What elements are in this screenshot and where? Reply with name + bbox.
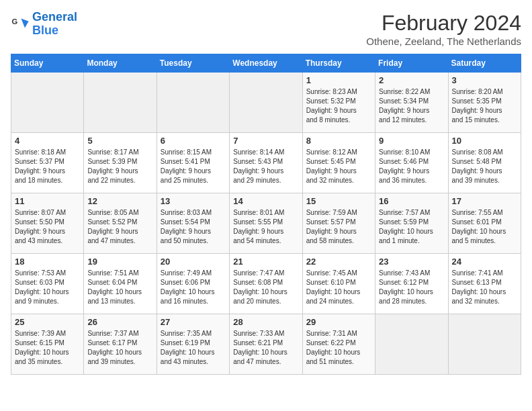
calendar-cell bbox=[375, 314, 448, 375]
logo-text: General Blue bbox=[32, 11, 77, 38]
calendar-cell bbox=[84, 73, 157, 133]
day-number: 6 bbox=[161, 136, 226, 146]
calendar-cell: 16Sunrise: 7:57 AM Sunset: 5:59 PM Dayli… bbox=[375, 193, 448, 254]
calendar-cell: 17Sunrise: 7:55 AM Sunset: 6:01 PM Dayli… bbox=[448, 193, 521, 254]
cell-content: Sunrise: 7:35 AM Sunset: 6:19 PM Dayligh… bbox=[161, 329, 226, 367]
cell-content: Sunrise: 7:51 AM Sunset: 6:04 PM Dayligh… bbox=[87, 269, 152, 306]
calendar-cell: 11Sunrise: 8:07 AM Sunset: 5:50 PM Dayli… bbox=[11, 193, 84, 254]
cell-content: Sunrise: 7:47 AM Sunset: 6:08 PM Dayligh… bbox=[233, 269, 298, 306]
day-number: 17 bbox=[452, 196, 517, 206]
day-number: 18 bbox=[15, 257, 80, 267]
calendar-cell: 12Sunrise: 8:05 AM Sunset: 5:52 PM Dayli… bbox=[84, 193, 157, 254]
cell-content: Sunrise: 7:43 AM Sunset: 6:12 PM Dayligh… bbox=[379, 269, 444, 306]
day-number: 25 bbox=[15, 317, 80, 327]
calendar-cell: 26Sunrise: 7:37 AM Sunset: 6:17 PM Dayli… bbox=[84, 314, 157, 375]
calendar-week-row: 11Sunrise: 8:07 AM Sunset: 5:50 PM Dayli… bbox=[11, 193, 521, 254]
calendar-cell: 2Sunrise: 8:22 AM Sunset: 5:34 PM Daylig… bbox=[375, 73, 448, 133]
calendar-cell: 5Sunrise: 8:17 AM Sunset: 5:39 PM Daylig… bbox=[84, 133, 157, 193]
calendar-cell bbox=[448, 314, 521, 375]
day-number: 8 bbox=[306, 136, 371, 146]
cell-content: Sunrise: 7:57 AM Sunset: 5:59 PM Dayligh… bbox=[379, 208, 444, 246]
calendar-cell: 3Sunrise: 8:20 AM Sunset: 5:35 PM Daylig… bbox=[448, 73, 521, 133]
cell-content: Sunrise: 8:07 AM Sunset: 5:50 PM Dayligh… bbox=[15, 208, 80, 246]
calendar-cell: 14Sunrise: 8:01 AM Sunset: 5:55 PM Dayli… bbox=[230, 193, 302, 254]
cell-content: Sunrise: 7:45 AM Sunset: 6:10 PM Dayligh… bbox=[306, 269, 371, 306]
cell-content: Sunrise: 8:17 AM Sunset: 5:39 PM Dayligh… bbox=[87, 148, 152, 185]
calendar-cell: 29Sunrise: 7:31 AM Sunset: 6:22 PM Dayli… bbox=[302, 314, 375, 375]
day-number: 19 bbox=[87, 257, 152, 267]
weekday-header: Wednesday bbox=[230, 54, 302, 73]
cell-content: Sunrise: 8:18 AM Sunset: 5:37 PM Dayligh… bbox=[15, 148, 80, 185]
calendar-cell: 13Sunrise: 8:03 AM Sunset: 5:54 PM Dayli… bbox=[157, 193, 229, 254]
day-number: 2 bbox=[379, 75, 444, 85]
day-number: 29 bbox=[306, 317, 371, 327]
cell-content: Sunrise: 7:39 AM Sunset: 6:15 PM Dayligh… bbox=[15, 329, 80, 367]
day-number: 5 bbox=[87, 136, 152, 146]
day-number: 4 bbox=[15, 136, 80, 146]
day-number: 13 bbox=[161, 196, 226, 206]
cell-content: Sunrise: 7:41 AM Sunset: 6:13 PM Dayligh… bbox=[452, 269, 517, 306]
calendar-cell: 28Sunrise: 7:33 AM Sunset: 6:21 PM Dayli… bbox=[230, 314, 302, 375]
day-number: 24 bbox=[452, 257, 517, 267]
location-subtitle: Othene, Zeeland, The Netherlands bbox=[366, 36, 521, 47]
cell-content: Sunrise: 7:31 AM Sunset: 6:22 PM Dayligh… bbox=[306, 329, 371, 367]
calendar-week-row: 25Sunrise: 7:39 AM Sunset: 6:15 PM Dayli… bbox=[11, 314, 521, 375]
calendar-cell: 27Sunrise: 7:35 AM Sunset: 6:19 PM Dayli… bbox=[157, 314, 229, 375]
calendar-cell: 1Sunrise: 8:23 AM Sunset: 5:32 PM Daylig… bbox=[302, 73, 375, 133]
cell-content: Sunrise: 8:03 AM Sunset: 5:54 PM Dayligh… bbox=[161, 208, 226, 246]
weekday-header: Tuesday bbox=[157, 54, 229, 73]
weekday-header: Monday bbox=[84, 54, 157, 73]
cell-content: Sunrise: 8:22 AM Sunset: 5:34 PM Dayligh… bbox=[379, 87, 444, 125]
day-number: 16 bbox=[379, 196, 444, 206]
calendar-cell: 25Sunrise: 7:39 AM Sunset: 6:15 PM Dayli… bbox=[11, 314, 84, 375]
day-number: 9 bbox=[379, 136, 444, 146]
day-number: 3 bbox=[452, 75, 517, 85]
calendar-cell: 19Sunrise: 7:51 AM Sunset: 6:04 PM Dayli… bbox=[84, 254, 157, 314]
calendar-cell: 8Sunrise: 8:12 AM Sunset: 5:45 PM Daylig… bbox=[302, 133, 375, 193]
cell-content: Sunrise: 8:10 AM Sunset: 5:46 PM Dayligh… bbox=[379, 148, 444, 185]
day-number: 14 bbox=[233, 196, 298, 206]
day-number: 27 bbox=[161, 317, 226, 327]
calendar-week-row: 4Sunrise: 8:18 AM Sunset: 5:37 PM Daylig… bbox=[11, 133, 521, 193]
cell-content: Sunrise: 8:15 AM Sunset: 5:41 PM Dayligh… bbox=[161, 148, 226, 185]
day-number: 22 bbox=[306, 257, 371, 267]
cell-content: Sunrise: 8:23 AM Sunset: 5:32 PM Dayligh… bbox=[306, 87, 371, 125]
cell-content: Sunrise: 7:53 AM Sunset: 6:03 PM Dayligh… bbox=[15, 269, 80, 306]
day-number: 15 bbox=[306, 196, 371, 206]
header: G General Blue February 2024 Othene, Zee… bbox=[11, 11, 521, 47]
weekday-header: Friday bbox=[375, 54, 448, 73]
calendar-cell: 18Sunrise: 7:53 AM Sunset: 6:03 PM Dayli… bbox=[11, 254, 84, 314]
cell-content: Sunrise: 7:33 AM Sunset: 6:21 PM Dayligh… bbox=[233, 329, 298, 367]
weekday-header: Thursday bbox=[302, 54, 375, 73]
day-number: 28 bbox=[233, 317, 298, 327]
cell-content: Sunrise: 7:59 AM Sunset: 5:57 PM Dayligh… bbox=[306, 208, 371, 246]
day-number: 7 bbox=[233, 136, 298, 146]
calendar-cell: 22Sunrise: 7:45 AM Sunset: 6:10 PM Dayli… bbox=[302, 254, 375, 314]
calendar-cell: 23Sunrise: 7:43 AM Sunset: 6:12 PM Dayli… bbox=[375, 254, 448, 314]
cell-content: Sunrise: 8:08 AM Sunset: 5:48 PM Dayligh… bbox=[452, 148, 517, 185]
calendar-cell: 24Sunrise: 7:41 AM Sunset: 6:13 PM Dayli… bbox=[448, 254, 521, 314]
calendar-week-row: 1Sunrise: 8:23 AM Sunset: 5:32 PM Daylig… bbox=[11, 73, 521, 133]
title-area: February 2024 Othene, Zeeland, The Nethe… bbox=[366, 11, 521, 47]
month-title: February 2024 bbox=[366, 11, 521, 36]
day-number: 26 bbox=[87, 317, 152, 327]
calendar-table: SundayMondayTuesdayWednesdayThursdayFrid… bbox=[11, 54, 521, 375]
day-number: 23 bbox=[379, 257, 444, 267]
day-number: 11 bbox=[15, 196, 80, 206]
weekday-header: Sunday bbox=[11, 54, 84, 73]
calendar-cell: 7Sunrise: 8:14 AM Sunset: 5:43 PM Daylig… bbox=[230, 133, 302, 193]
calendar-cell bbox=[230, 73, 302, 133]
calendar-cell: 15Sunrise: 7:59 AM Sunset: 5:57 PM Dayli… bbox=[302, 193, 375, 254]
calendar-cell: 9Sunrise: 8:10 AM Sunset: 5:46 PM Daylig… bbox=[375, 133, 448, 193]
calendar-body: 1Sunrise: 8:23 AM Sunset: 5:32 PM Daylig… bbox=[11, 73, 521, 375]
svg-text:G: G bbox=[11, 17, 17, 26]
day-number: 1 bbox=[306, 75, 371, 85]
calendar-week-row: 18Sunrise: 7:53 AM Sunset: 6:03 PM Dayli… bbox=[11, 254, 521, 314]
cell-content: Sunrise: 7:49 AM Sunset: 6:06 PM Dayligh… bbox=[161, 269, 226, 306]
calendar-cell: 21Sunrise: 7:47 AM Sunset: 6:08 PM Dayli… bbox=[230, 254, 302, 314]
calendar-cell: 10Sunrise: 8:08 AM Sunset: 5:48 PM Dayli… bbox=[448, 133, 521, 193]
cell-content: Sunrise: 7:55 AM Sunset: 6:01 PM Dayligh… bbox=[452, 208, 517, 246]
cell-content: Sunrise: 7:37 AM Sunset: 6:17 PM Dayligh… bbox=[87, 329, 152, 367]
cell-content: Sunrise: 8:05 AM Sunset: 5:52 PM Dayligh… bbox=[87, 208, 152, 246]
calendar-cell: 4Sunrise: 8:18 AM Sunset: 5:37 PM Daylig… bbox=[11, 133, 84, 193]
